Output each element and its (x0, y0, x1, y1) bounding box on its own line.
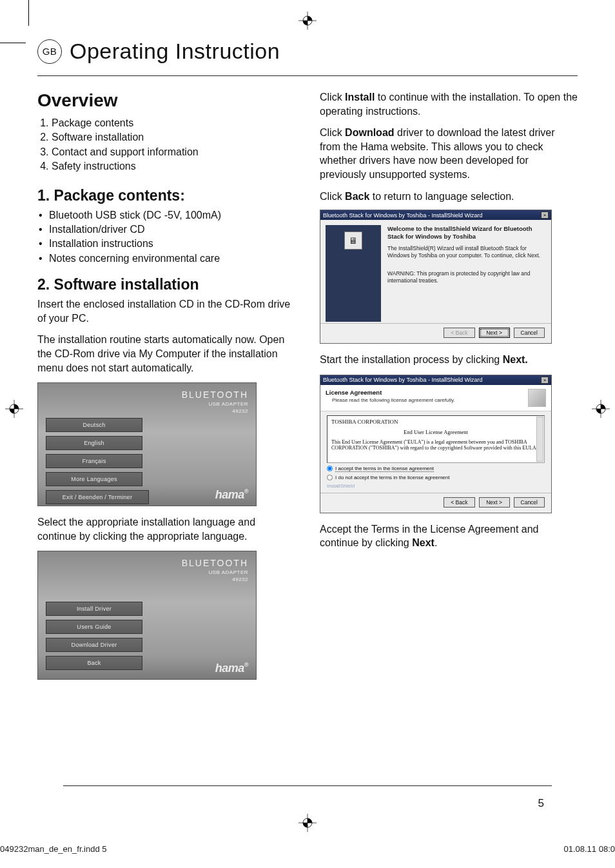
hama-logo: hama® (215, 488, 248, 502)
wizard-welcome-title: Welcome to the InstallShield Wizard for … (387, 225, 545, 240)
bold-text: Next (412, 537, 434, 548)
hama-logo-text: hama (215, 662, 244, 675)
left-column: Overview Package contents Software insta… (37, 90, 295, 689)
wizard-back-button[interactable]: < Back (444, 497, 474, 508)
download-driver-button[interactable]: Download Driver (46, 638, 142, 652)
caption-text: Accept the Terms in the License Agreemen… (320, 522, 578, 550)
indesign-footer-right: 01.08.11 08:0 (563, 844, 615, 854)
autorun-language-screenshot: BLUETOOTH USB ADAPTER 49232 Deutsch Engl… (37, 382, 257, 506)
crop-mark (28, 0, 29, 26)
back-button[interactable]: Back (46, 656, 142, 670)
window-title: Bluetooth Stack for Windows by Toshiba -… (323, 377, 482, 383)
window-titlebar: Bluetooth Stack for Windows by Toshiba -… (320, 375, 551, 385)
package-list: Bluetooth USB stick (DC -5V, 100mA) Inst… (37, 208, 295, 266)
hama-logo-text: hama (215, 488, 244, 501)
close-icon[interactable]: × (541, 212, 549, 219)
body-text: Click Back to return to language selecti… (320, 190, 578, 204)
window-titlebar: Bluetooth Stack for Windows by Toshiba -… (320, 210, 551, 220)
usb-adapter-label: USB ADAPTER (46, 401, 248, 407)
registration-mark-icon (5, 400, 23, 418)
wizard-body-text: The InstallShield(R) Wizard will install… (387, 245, 545, 259)
list-item: Notes concerning environmental care (37, 252, 295, 266)
hama-logo: hama® (215, 662, 248, 675)
close-icon[interactable]: × (541, 377, 549, 384)
license-agreement-title: License Agreement (326, 389, 455, 396)
installshield-welcome-screenshot: Bluetooth Stack for Windows by Toshiba -… (320, 210, 552, 344)
wizard-next-button[interactable]: Next > (479, 497, 510, 508)
wizard-next-button[interactable]: Next > (479, 328, 510, 338)
eula-body-text: This End User License Agreement ("EULA")… (331, 439, 540, 451)
overview-heading: Overview (37, 90, 295, 111)
more-languages-button[interactable]: More Languages (46, 472, 142, 486)
model-number-label: 49232 (46, 408, 248, 414)
language-francais-button[interactable]: Français (46, 454, 142, 468)
installshield-license-screenshot: Bluetooth Stack for Windows by Toshiba -… (320, 375, 552, 513)
package-heading: 1. Package contents: (37, 187, 295, 204)
list-item: Software installation (52, 130, 295, 144)
language-english-button[interactable]: English (46, 436, 142, 450)
indesign-footer-left: 049232man_de_en_fr.indd 5 (0, 844, 107, 854)
list-item: Safety instructions (52, 159, 295, 173)
reject-radio-input[interactable] (327, 475, 333, 480)
scrollbar[interactable] (536, 417, 543, 462)
overview-list: Package contents Software installation C… (37, 116, 295, 174)
exit-button[interactable]: Exit / Beenden / Terminer (46, 490, 149, 504)
body-text: Click Download driver to download the la… (320, 126, 578, 181)
install-driver-button[interactable]: Install Driver (46, 602, 142, 616)
wizard-side-graphic: 🖥 (326, 225, 381, 322)
autorun-header: BLUETOOTH USB ADAPTER 49232 (46, 390, 248, 414)
region-badge: GB (37, 39, 62, 64)
registration-mark-icon (592, 400, 610, 418)
caption-text: Select the appropriate installation lang… (37, 515, 295, 543)
software-heading: 2. Software installation (37, 276, 295, 293)
page-number: 5 (538, 797, 544, 810)
page-header: GB Operating Instruction (37, 39, 578, 76)
installshield-brand: InstallShield (327, 483, 545, 489)
text: Click (320, 191, 345, 202)
right-column: Click Install to continue with the insta… (320, 90, 578, 689)
bold-text: Download (345, 127, 394, 138)
text: Start the installation process by clicki… (320, 354, 503, 365)
window-title: Bluetooth Stack for Windows by Toshiba -… (323, 212, 482, 219)
caption-text: Start the installation process by clicki… (320, 353, 578, 367)
list-item: Contact and support information (52, 145, 295, 159)
usb-adapter-label: USB ADAPTER (46, 569, 248, 575)
list-item: Installation/driver CD (37, 222, 295, 237)
text: Click (320, 127, 345, 138)
reject-radio-label: I do not accept the terms in the license… (335, 475, 449, 480)
autorun-header: BLUETOOTH USB ADAPTER 49232 (46, 558, 248, 582)
text: to return to language selection. (369, 191, 514, 202)
bold-text: Install (345, 92, 375, 103)
registration-mark-icon (298, 814, 317, 832)
eula-textbox[interactable]: TOSHIBA CORPORATION End User License Agr… (327, 415, 545, 463)
computer-icon: 🖥 (344, 232, 362, 250)
wizard-header-icon (528, 389, 546, 407)
model-number-label: 49232 (46, 577, 248, 582)
wizard-back-button: < Back (444, 328, 474, 338)
autorun-menu-screenshot: BLUETOOTH USB ADAPTER 49232 Install Driv… (37, 551, 257, 680)
language-deutsch-button[interactable]: Deutsch (46, 418, 142, 432)
toshiba-corp-text: TOSHIBA CORPORATION (331, 419, 540, 425)
bold-text: Back (345, 191, 369, 202)
list-item: Bluetooth USB stick (DC -5V, 100mA) (37, 208, 295, 222)
accept-radio[interactable]: I accept the terms in the license agreem… (327, 466, 545, 472)
body-text: The installation routine starts automati… (37, 333, 295, 375)
body-text: Insert the enclosed installation CD in t… (37, 297, 295, 325)
license-agreement-subtitle: Please read the following license agreem… (332, 397, 455, 403)
registration-mark-icon (298, 12, 317, 30)
footer-rule (63, 785, 552, 786)
wizard-cancel-button[interactable]: Cancel (514, 328, 545, 338)
list-item: Package contents (52, 116, 295, 130)
accept-radio-input[interactable] (327, 466, 333, 471)
users-guide-button[interactable]: Users Guide (46, 620, 142, 634)
bold-text: Next. (503, 354, 528, 365)
text: Click (320, 92, 345, 103)
page-title: Operating Instruction (70, 39, 280, 64)
reject-radio[interactable]: I do not accept the terms in the license… (327, 475, 545, 480)
eula-title: End User License Agreement (331, 429, 540, 435)
body-text: Click Install to continue with the insta… (320, 90, 578, 118)
accept-radio-label: I accept the terms in the license agreem… (335, 466, 434, 472)
list-item: Installation instructions (37, 237, 295, 251)
wizard-cancel-button[interactable]: Cancel (514, 497, 545, 508)
crop-mark (0, 43, 26, 43)
